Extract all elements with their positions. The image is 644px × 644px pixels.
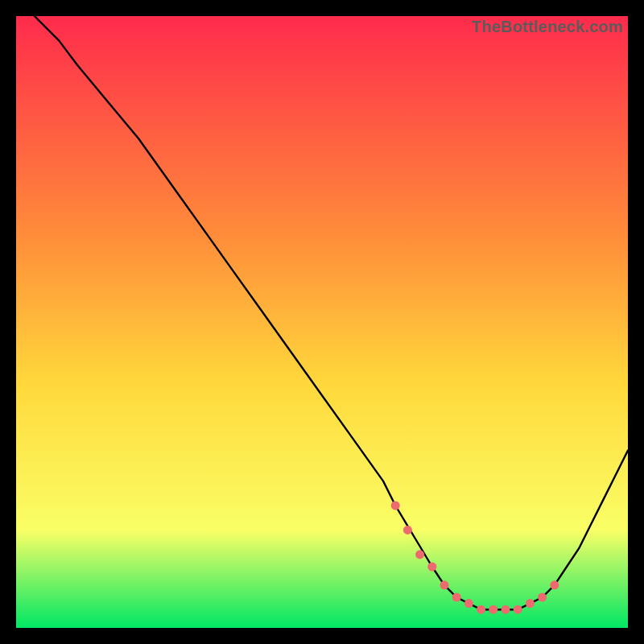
highlight-marker <box>550 580 559 589</box>
highlight-marker <box>489 605 497 614</box>
watermark-text: TheBottleneck.com <box>472 18 623 36</box>
highlight-marker <box>464 599 473 608</box>
highlight-marker <box>526 599 535 608</box>
highlight-marker <box>415 550 424 559</box>
highlight-marker <box>391 502 400 510</box>
highlight-marker <box>427 563 436 572</box>
highlight-marker <box>403 526 412 535</box>
highlight-marker <box>477 605 485 614</box>
highlight-marker <box>538 593 547 602</box>
gradient-background <box>16 16 628 628</box>
highlight-marker <box>452 593 461 602</box>
highlight-marker <box>514 605 522 614</box>
highlight-marker <box>440 580 449 589</box>
chart-frame: TheBottleneck.com <box>16 16 628 628</box>
chart-svg <box>16 16 628 628</box>
highlight-marker <box>502 605 510 614</box>
